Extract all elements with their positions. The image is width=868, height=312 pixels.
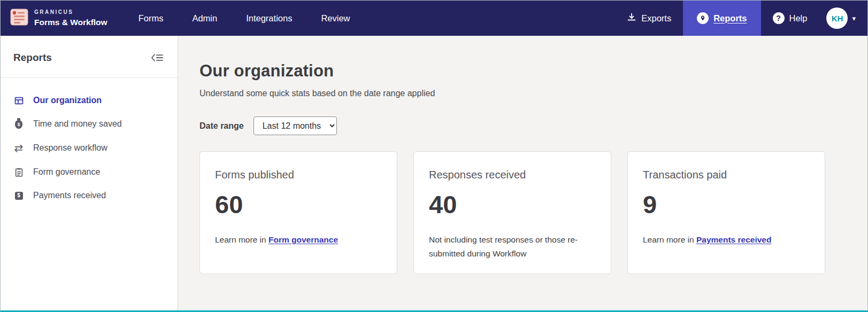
brand-text: GRANICUS Forms & Workflow: [34, 9, 107, 27]
card-title: Transactions paid: [643, 169, 810, 181]
sidebar-item-label: Our organization: [33, 96, 102, 105]
sidebar-nav: Our organization $ Time and money saved …: [1, 78, 178, 207]
form-governance-link[interactable]: Form governance: [268, 235, 338, 244]
date-range-label: Date range: [199, 121, 244, 131]
clipboard-icon: [13, 168, 24, 177]
chevron-down-icon[interactable]: ▾: [852, 15, 856, 22]
top-navbar: GRANICUS Forms & Workflow Forms Admin In…: [1, 1, 867, 36]
app-window: GRANICUS Forms & Workflow Forms Admin In…: [0, 0, 868, 312]
sidebar-item-label: Form governance: [33, 167, 100, 177]
forms-published-card: Forms published 60 Learn more in Form go…: [199, 151, 397, 274]
utility-nav: Exports Reports ? Help KH ▾: [615, 1, 867, 36]
sidebar-item-payments-received[interactable]: $ Payments received: [1, 184, 178, 207]
card-value: 9: [643, 190, 810, 219]
help-icon: ?: [773, 12, 785, 24]
main-content: Our organization Understand some quick s…: [178, 36, 867, 310]
workflow-arrows-icon: ⇄: [13, 143, 24, 153]
page-subtitle: Understand some quick stats based on the…: [199, 89, 846, 98]
card-value: 40: [429, 190, 596, 219]
app-body: Reports Our organization: [1, 36, 867, 310]
sidebar-item-label: Response workflow: [33, 143, 107, 153]
brand-company: GRANICUS: [34, 9, 107, 16]
exports-button[interactable]: Exports: [615, 1, 683, 36]
nav-item-review[interactable]: Review: [321, 13, 350, 24]
reports-button[interactable]: Reports: [683, 1, 761, 36]
primary-nav: Forms Admin Integrations Review: [139, 1, 350, 36]
help-label: Help: [789, 13, 808, 24]
card-title: Forms published: [215, 169, 382, 181]
nav-item-integrations[interactable]: Integrations: [246, 13, 292, 24]
card-note: Learn more in Payments received: [643, 233, 810, 247]
dollar-square-icon: $: [13, 192, 24, 200]
responses-received-card: Responses received 40 Not including test…: [413, 151, 611, 274]
stat-cards: Forms published 60 Learn more in Form go…: [199, 151, 846, 274]
download-icon: [627, 12, 636, 24]
payments-received-link[interactable]: Payments received: [696, 235, 771, 244]
exports-label: Exports: [641, 13, 671, 24]
sidebar-item-response-workflow[interactable]: ⇄ Response workflow: [1, 136, 178, 160]
sidebar-item-time-and-money-saved[interactable]: $ Time and money saved: [1, 112, 178, 136]
brand[interactable]: GRANICUS Forms & Workflow: [1, 1, 118, 36]
sidebar-item-label: Time and money saved: [33, 119, 122, 129]
card-note-text: Learn more in: [643, 235, 696, 244]
card-note: Not including test responses or those re…: [429, 233, 596, 260]
date-range-row: Date range Last 12 months: [199, 116, 846, 135]
reports-icon: [697, 12, 709, 24]
card-value: 60: [215, 190, 382, 219]
sidebar-item-our-organization[interactable]: Our organization: [1, 89, 178, 112]
brand-logo-icon: [10, 9, 28, 28]
help-button[interactable]: ? Help: [761, 1, 819, 36]
collapse-sidebar-button[interactable]: [151, 53, 164, 62]
user-menu[interactable]: KH ▾: [819, 1, 867, 36]
avatar[interactable]: KH: [826, 7, 848, 29]
transactions-paid-card: Transactions paid 9 Learn more in Paymen…: [627, 151, 825, 274]
reports-label: Reports: [713, 13, 747, 24]
sidebar-title: Reports: [13, 52, 52, 64]
date-range-select[interactable]: Last 12 months: [254, 116, 337, 135]
card-note: Learn more in Form governance: [215, 233, 382, 247]
sidebar-item-form-governance[interactable]: Form governance: [1, 160, 178, 184]
card-note-text: Learn more in: [215, 235, 268, 244]
card-title: Responses received: [429, 169, 596, 181]
money-bag-icon: $: [13, 119, 24, 129]
table-icon: [13, 96, 24, 105]
sidebar-header: Reports: [1, 36, 178, 78]
page-title: Our organization: [199, 61, 846, 81]
sidebar-item-label: Payments received: [33, 191, 106, 200]
reports-sidebar: Reports Our organization: [1, 36, 178, 310]
brand-product: Forms & Workflow: [34, 17, 107, 27]
nav-item-admin[interactable]: Admin: [192, 13, 217, 24]
nav-item-forms[interactable]: Forms: [139, 13, 164, 24]
question-mark-glyph: ?: [776, 14, 781, 22]
